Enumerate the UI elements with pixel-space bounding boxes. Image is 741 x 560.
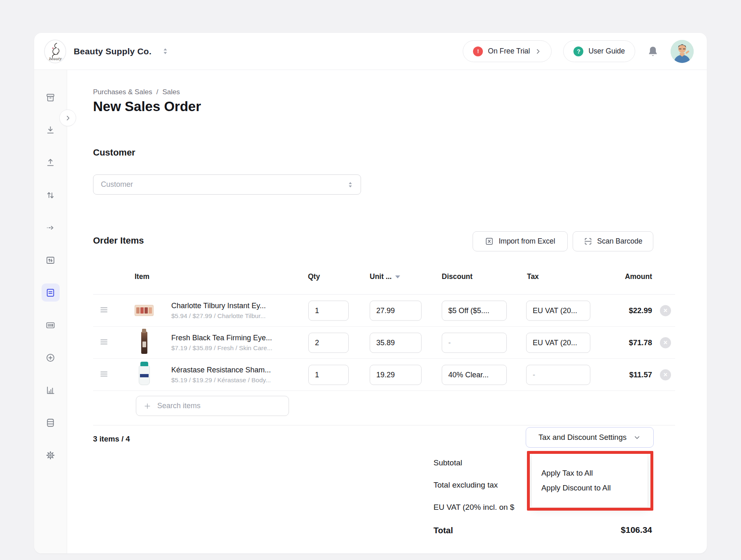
customer-select[interactable]: Customer: [93, 174, 361, 195]
table-row order-item-row-2: Fresh Black Tea Firming Eye... $7.19 / $…: [93, 327, 675, 359]
sidebar-item-settings settings-gear-icon[interactable]: [42, 446, 60, 464]
item-details: $5.94 / $27.99 / Charlotte Tilbur...: [171, 312, 266, 320]
tax-input[interactable]: EU VAT (20...: [526, 332, 590, 353]
user-guide-label: User Guide: [588, 47, 625, 56]
company-logo: beauty: [44, 40, 66, 63]
search-items-input[interactable]: Search items: [136, 396, 289, 416]
excel-icon: [485, 237, 494, 246]
breadcrumb-separator: /: [156, 88, 158, 96]
product-image-shampoo-bottle: [134, 363, 154, 387]
discount-input[interactable]: -: [442, 332, 507, 353]
vat-line-label: EU VAT (20% incl. on $: [433, 503, 514, 512]
item-info: Kérastase Resistance Sham... $5.19 / $19…: [171, 366, 271, 384]
free-trial-badge[interactable]: On Free Trial: [463, 40, 552, 62]
item-details: $7.19 / $35.89 / Fresh / Skin Care...: [171, 344, 273, 352]
item-details: $5.19 / $19.29 / Kérastase / Body...: [171, 376, 271, 384]
select-sorter-icon: [347, 181, 353, 189]
column-header-tax: Tax: [527, 272, 539, 281]
chevron-down-icon: [633, 434, 641, 441]
chevron-right-icon: [535, 48, 541, 55]
breadcrumb-purchases-sales[interactable]: Purchases & Sales: [93, 88, 152, 96]
tax-discount-settings-label: Tax and Discount Settings: [538, 433, 627, 442]
items-count: 3 items / 4: [93, 435, 130, 444]
sidebar-item-sales-orders sales-document-icon[interactable]: [42, 283, 60, 302]
drag-handle-icon[interactable]: [100, 339, 107, 346]
row-amount: $22.99: [629, 306, 652, 315]
user-avatar[interactable]: [671, 40, 694, 63]
plus-icon: [143, 402, 151, 410]
scan-barcode-label: Scan Barcode: [597, 237, 643, 246]
import-from-excel-label: Import from Excel: [499, 237, 555, 246]
sort-triangle-icon: [395, 275, 400, 279]
item-info: Charlotte Tilbury Instant Ey... $5.94 / …: [171, 302, 266, 320]
tax-discount-settings-dropdown[interactable]: Tax and Discount Settings: [526, 427, 654, 448]
column-header-amount: Amount: [590, 272, 652, 281]
item-info: Fresh Black Tea Firming Eye... $7.19 / $…: [171, 334, 273, 352]
company-name[interactable]: Beauty Supply Co.: [74, 46, 151, 56]
qty-input[interactable]: 2: [308, 332, 349, 353]
discount-input[interactable]: 40% Clear...: [442, 365, 507, 385]
item-name: Fresh Black Tea Firming Eye...: [171, 334, 273, 342]
svg-text:beauty: beauty: [49, 57, 63, 61]
user-guide-button[interactable]: User Guide: [563, 40, 635, 62]
qty-input[interactable]: 1: [308, 300, 349, 321]
table-footer-divider: [93, 425, 675, 425]
trial-seal-icon: [473, 46, 483, 56]
sidebar-item-receive download-icon[interactable]: [42, 121, 60, 139]
sidebar-item-data database-icon[interactable]: [42, 414, 60, 432]
unit-price-input[interactable]: 27.99: [370, 300, 422, 321]
sidebar-item-adjustments adjustment-icon[interactable]: [42, 251, 60, 269]
main-content: Purchases & Sales / Sales New Sales Orde…: [67, 70, 707, 553]
menu-item-apply-discount-to-all[interactable]: Apply Discount to All: [532, 483, 648, 493]
product-image-serum-bottle: [134, 331, 154, 355]
tax-discount-settings-menu: Apply Tax to All Apply Discount to All: [532, 454, 648, 507]
tax-input[interactable]: EU VAT (20...: [526, 300, 590, 321]
notification-bell-icon[interactable]: [647, 45, 659, 58]
sidebar-item-ship upload-icon[interactable]: [42, 153, 60, 172]
order-items-section-title: Order Items: [93, 235, 144, 246]
app-card: beauty Beauty Supply Co. On Free Trial U…: [34, 33, 707, 553]
total-label: Total: [433, 525, 453, 535]
customer-select-placeholder: Customer: [101, 180, 133, 189]
sidebar-item-add add-circle-icon[interactable]: [42, 349, 60, 367]
item-name: Kérastase Resistance Sham...: [171, 366, 271, 374]
sidebar-item-reports bar-chart-icon[interactable]: [42, 381, 60, 399]
row-amount: $11.57: [629, 370, 652, 379]
question-icon: [573, 46, 583, 56]
unit-price-input[interactable]: 19.29: [370, 365, 422, 385]
sidebar-nav: [34, 70, 67, 553]
sidebar-expand-button chevron-right-icon[interactable]: [59, 109, 76, 126]
column-header-discount: Discount: [442, 272, 473, 281]
drag-handle-icon[interactable]: [100, 307, 107, 314]
sidebar-item-transfer transfer-icon[interactable]: [42, 186, 60, 204]
company-switcher-sorter-icon[interactable]: [162, 47, 168, 56]
total-excluding-tax-label: Total excluding tax: [433, 481, 498, 490]
search-items-placeholder: Search items: [157, 402, 200, 410]
tax-input[interactable]: -: [526, 365, 590, 385]
product-image-palette: [134, 299, 154, 323]
import-from-excel-button[interactable]: Import from Excel: [473, 231, 568, 251]
row-amount: $71.78: [629, 338, 652, 347]
column-header-unit-price[interactable]: Unit ...: [370, 272, 400, 281]
breadcrumb-sales[interactable]: Sales: [162, 88, 180, 96]
discount-input[interactable]: $5 Off ($5....: [442, 300, 507, 321]
subtotal-label: Subtotal: [433, 458, 462, 467]
remove-row-button close-icon[interactable]: [660, 369, 671, 380]
item-name: Charlotte Tilbury Instant Ey...: [171, 302, 266, 310]
customer-section-title: Customer: [93, 147, 135, 158]
sidebar-item-barcodes barcode-icon[interactable]: [42, 316, 60, 334]
sidebar-item-move move-arrow-icon[interactable]: [42, 218, 60, 237]
menu-item-apply-tax-to-all[interactable]: Apply Tax to All: [532, 469, 648, 478]
total-value: $106.34: [621, 525, 652, 535]
table-row order-item-row-1: Charlotte Tilbury Instant Ey... $5.94 / …: [93, 295, 675, 327]
column-header-qty: Qty: [308, 272, 320, 281]
qty-input[interactable]: 1: [308, 365, 349, 385]
unit-price-input[interactable]: 35.89: [370, 332, 422, 353]
remove-row-button close-icon[interactable]: [660, 337, 671, 348]
scan-barcode-button[interactable]: Scan Barcode: [573, 231, 653, 251]
table-row order-item-row-3: Kérastase Resistance Sham... $5.19 / $19…: [93, 359, 675, 391]
sidebar-item-inventory package-icon[interactable]: [42, 88, 60, 107]
remove-row-button close-icon[interactable]: [660, 305, 671, 316]
app-root: { "header": { "company_name": "Beauty Su…: [0, 0, 741, 560]
drag-handle-icon[interactable]: [100, 371, 107, 379]
